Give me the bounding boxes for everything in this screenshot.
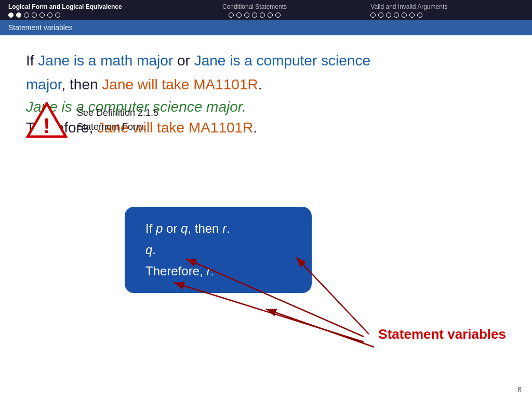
dot	[32, 12, 37, 18]
r-variable-text: Jane will take MA1101R	[102, 76, 258, 92]
svg-text:!: !	[43, 114, 50, 138]
warning-triangle-icon: !	[26, 102, 68, 138]
warning-text: See Definition 2.1.5 Statement Form.	[77, 102, 158, 134]
blue-box-line1: If p or q, then r.	[145, 218, 294, 240]
dot	[386, 12, 391, 18]
nav-section-conditional: Conditional Statements	[170, 3, 340, 18]
statement-vars-text: Statement variables	[378, 326, 506, 342]
if-text: If	[26, 52, 38, 69]
dot	[378, 12, 383, 18]
dot	[275, 12, 281, 18]
nav-title-valid: Valid and Invalid Arguments	[370, 3, 447, 10]
dots-conditional	[229, 12, 281, 18]
then-text: , then	[61, 76, 102, 92]
warning-box: ! See Definition 2.1.5 Statement Form.	[26, 102, 158, 138]
q-variable-text: Jane is a computer science	[194, 52, 370, 69]
dot	[370, 12, 376, 18]
dot	[39, 12, 45, 18]
nav-section-logical: Logical Form and Logical Equivalence	[0, 3, 170, 18]
dots-valid	[370, 12, 422, 18]
warning-line1: See Definition 2.1.5	[77, 106, 158, 120]
dots-logical	[8, 12, 60, 18]
dot	[409, 12, 415, 18]
dot	[55, 12, 60, 18]
main-content: If Jane is a math major or Jane is a com…	[0, 35, 532, 159]
dot	[8, 12, 14, 18]
premise-dot: .	[258, 76, 262, 92]
dot	[236, 12, 242, 18]
dot	[417, 12, 422, 18]
dot	[402, 12, 407, 18]
premise-line1: If Jane is a math major or Jane is a com…	[26, 51, 506, 71]
premise-line2: major, then Jane will take MA1101R.	[26, 75, 506, 95]
subtitle-bar: Statement variables	[0, 20, 532, 35]
blue-box-line3: Therefore, r.	[145, 261, 294, 282]
dot	[24, 12, 29, 18]
dot	[268, 12, 273, 18]
conclusion-dot: .	[253, 119, 257, 136]
dot	[244, 12, 249, 18]
dot	[394, 12, 399, 18]
p-variable: Jane is a math major	[38, 52, 173, 69]
dot	[252, 12, 257, 18]
svg-line-4	[266, 309, 374, 347]
q-variable-text2: major	[26, 76, 61, 92]
subtitle-text: Statement variables	[8, 23, 73, 32]
top-nav-bar: Logical Form and Logical Equivalence Con…	[0, 0, 532, 20]
statement-vars-label: Statement variables	[378, 326, 506, 342]
dot	[16, 12, 21, 18]
blue-box: If p or q, then r. q. Therefore, r.	[125, 207, 312, 293]
page-number: 8	[517, 385, 522, 394]
nav-title-logical: Logical Form and Logical Equivalence	[8, 3, 122, 10]
nav-title-conditional: Conditional Statements	[222, 3, 287, 10]
or-text: or	[173, 52, 194, 69]
dot	[229, 12, 234, 18]
dot	[260, 12, 265, 18]
blue-box-line2: q.	[145, 240, 294, 261]
warning-line2: Statement Form.	[77, 120, 158, 134]
dot	[47, 12, 52, 18]
nav-section-valid: Valid and Invalid Arguments	[339, 3, 532, 18]
